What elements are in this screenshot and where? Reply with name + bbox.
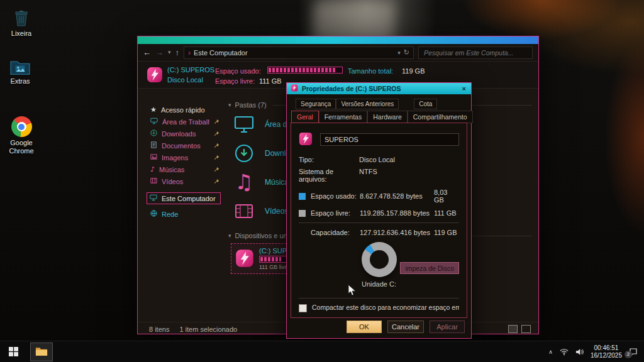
apply-button[interactable]: Aplicar (430, 321, 465, 333)
banner-drive-name: (C:) SUPEROS (167, 66, 214, 74)
banner-total-value: 119 GB (402, 67, 425, 75)
drive-logo-icon (147, 67, 163, 84)
hidden-icons-chevron-icon[interactable]: ∧ (548, 349, 553, 355)
sidebar-item-videos[interactable]: Vídeos (138, 175, 223, 187)
chrome-icon (4, 114, 39, 137)
volume-icon[interactable] (575, 348, 584, 356)
checkbox-unchecked-icon[interactable] (299, 304, 307, 312)
banner-free-label: Espaço livre: (215, 77, 255, 85)
address-dropdown-icon[interactable]: ▾ (397, 50, 401, 56)
up-icon[interactable]: ↑ (175, 48, 180, 57)
recent-chevron-icon[interactable]: ▾ (168, 50, 171, 55)
ok-button[interactable]: OK (347, 321, 382, 333)
chevron-right-icon: › (188, 48, 191, 57)
free-legend-swatch (299, 210, 306, 217)
recycle-bin-icon (4, 5, 39, 28)
sidebar-item-downloads[interactable]: Downloads (138, 128, 223, 140)
breadcrumb[interactable]: Este Computador (194, 49, 248, 57)
windows-logo-icon (9, 347, 18, 356)
desktop-icon-extras[interactable]: Extras (3, 53, 38, 85)
desktop-icon-recycle-bin[interactable]: Lixeira (4, 5, 39, 38)
taskbar-file-explorer-button[interactable] (30, 343, 53, 361)
clock-time: 00:46:51 (591, 344, 622, 352)
start-button[interactable] (0, 341, 26, 362)
index-checkbox-row[interactable]: Permitir que os arquivos desta unidade t… (299, 317, 459, 318)
explorer-titlebar[interactable] (138, 36, 538, 44)
desktop-icon-label: Extras (3, 77, 38, 85)
forward-icon[interactable]: → (155, 48, 164, 57)
sidebar-item-network[interactable]: Rede (138, 208, 223, 220)
back-icon[interactable]: ← (143, 48, 151, 57)
address-bar[interactable]: › Este Computador ▾ ↻ (184, 47, 414, 59)
type-value: Disco Local (359, 156, 395, 163)
dialog-tabs-back-row: Segurança Versões Anteriores Cota (287, 94, 471, 109)
sidebar-item-quick-access[interactable]: ★ Acesso rápido (138, 104, 223, 116)
search-input[interactable] (423, 48, 528, 57)
cancel-button[interactable]: Cancelar (387, 321, 424, 333)
sidebar-item-pictures[interactable]: Imagens (138, 151, 223, 163)
tab-compartilhamento[interactable]: Compartilhamento (408, 111, 473, 123)
sidebar-item-this-pc[interactable]: Este Computador (147, 192, 221, 204)
monitor-icon (233, 116, 255, 133)
document-icon (150, 141, 157, 150)
capacity-row: Capacidade: 127.912.636.416 bytes 119 GB (299, 229, 459, 236)
monitor-icon (150, 118, 158, 126)
tab-hardware[interactable]: Hardware (367, 111, 408, 123)
pin-icon (214, 118, 219, 126)
tab-geral[interactable]: Geral (291, 111, 319, 123)
desktop-icon-label: Google Chrome (4, 139, 39, 155)
taskbar-clock[interactable]: 00:46:51 16/12/2025 (591, 344, 622, 359)
tab-ferramentas[interactable]: Ferramentas (319, 111, 368, 123)
notification-badge: 2 (625, 351, 632, 358)
desktop-icon-chrome[interactable]: Google Chrome (4, 114, 39, 155)
close-icon[interactable]: × (461, 85, 467, 92)
film-icon (150, 177, 157, 185)
pin-icon (214, 130, 219, 138)
type-label: Tipo: (299, 156, 359, 163)
pin-icon (214, 166, 219, 173)
computer-icon (150, 194, 157, 202)
used-space-bar (267, 67, 343, 74)
tab-versoes-anteriores[interactable]: Versões Anteriores (336, 99, 399, 109)
drive-icon (235, 249, 254, 269)
volume-label-input[interactable] (320, 133, 459, 146)
selected-count: 1 item selecionado (179, 326, 237, 333)
view-details-icon[interactable] (508, 325, 518, 333)
used-space-row: Espaço usado: 8.627.478.528 bytes 8,03 G… (299, 189, 459, 204)
extras-folder-icon (3, 53, 38, 75)
compress-checkbox-row[interactable]: Compactar este disco para economizar esp… (299, 304, 459, 312)
banner-used-label: Espaço usado: (215, 67, 261, 75)
tab-seguranca[interactable]: Segurança (296, 99, 336, 109)
sidebar-item-desktop[interactable]: Área de Trabalho (138, 116, 223, 128)
dialog-button-row: OK Cancelar Aplicar (287, 321, 465, 333)
pin-icon (214, 178, 219, 185)
star-icon: ★ (150, 106, 157, 114)
desktop: Lixeira Extras Google Chrome ← → ▾ ↑ › E… (0, 0, 644, 362)
music-icon: ♫ (233, 173, 255, 192)
search-box[interactable] (418, 47, 533, 59)
tab-cota[interactable]: Cota (414, 99, 437, 109)
pin-icon (214, 154, 219, 162)
items-count: 8 itens (149, 326, 169, 333)
chevron-down-icon: ▾ (228, 102, 231, 108)
disk-cleanup-button[interactable]: impeza de Disco (400, 262, 459, 274)
donut-label: Unidade C: (299, 280, 459, 288)
dialog-tabs-front-row: Geral Ferramentas Hardware Compartilhame… (287, 110, 471, 123)
sidebar-item-documents[interactable]: Documentos (138, 140, 223, 151)
sidebar-item-music[interactable]: ♪ Músicas (138, 163, 223, 175)
action-center-button[interactable]: 2 (629, 348, 638, 356)
wifi-icon[interactable] (560, 348, 569, 356)
pin-icon (214, 142, 219, 150)
drive-icon (299, 132, 313, 147)
music-icon: ♪ (150, 165, 155, 173)
view-thumbnails-icon[interactable] (521, 325, 531, 333)
taskbar: ∧ 00:46:51 16/12/2025 2 (0, 341, 644, 362)
refresh-icon[interactable]: ↻ (404, 48, 409, 57)
disk-usage-donut-chart (362, 242, 397, 277)
banner-drive-type: Disco Local (167, 76, 203, 84)
free-space-row: Espaço livre: 119.285.157.888 bytes 111 … (299, 209, 459, 217)
dialog-titlebar[interactable]: Propriedades de (C:) SUPEROS × (287, 83, 471, 94)
film-icon (233, 203, 255, 219)
system-tray: ∧ 00:46:51 16/12/2025 2 (548, 344, 644, 359)
used-legend-swatch (299, 193, 306, 200)
